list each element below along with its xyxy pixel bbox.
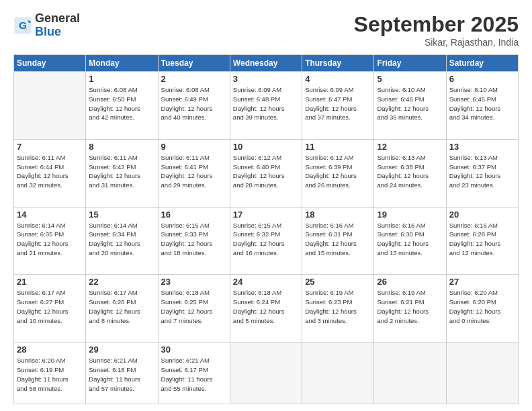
day-number: 24 — [233, 277, 299, 287]
day-number: 22 — [89, 277, 154, 287]
day-info: Sunrise: 6:19 AMSunset: 6:21 PMDaylight:… — [377, 288, 443, 325]
day-number: 7 — [17, 142, 83, 152]
calendar-cell: 8Sunrise: 6:11 AMSunset: 6:42 PMDaylight… — [86, 139, 158, 207]
day-number: 16 — [161, 210, 227, 220]
week-row-1: 1Sunrise: 6:08 AMSunset: 6:50 PMDaylight… — [14, 72, 519, 140]
day-number: 30 — [161, 345, 227, 355]
day-info: Sunrise: 6:14 AMSunset: 6:35 PMDaylight:… — [17, 221, 83, 258]
col-header-saturday: Saturday — [446, 55, 518, 72]
calendar-cell: 27Sunrise: 6:20 AMSunset: 6:20 PMDayligh… — [446, 275, 518, 342]
day-number: 1 — [89, 74, 154, 84]
calendar-cell: 24Sunrise: 6:18 AMSunset: 6:24 PMDayligh… — [230, 275, 302, 342]
day-number: 4 — [305, 74, 371, 84]
calendar-cell: 29Sunrise: 6:21 AMSunset: 6:18 PMDayligh… — [86, 342, 158, 404]
day-info: Sunrise: 6:10 AMSunset: 6:45 PMDaylight:… — [449, 85, 515, 122]
day-info: Sunrise: 6:17 AMSunset: 6:27 PMDaylight:… — [17, 288, 83, 325]
day-info: Sunrise: 6:08 AMSunset: 6:49 PMDaylight:… — [161, 85, 227, 122]
col-header-friday: Friday — [374, 55, 446, 72]
logo: G General Blue — [13, 12, 80, 39]
day-info: Sunrise: 6:14 AMSunset: 6:34 PMDaylight:… — [89, 221, 154, 258]
calendar-cell: 20Sunrise: 6:16 AMSunset: 6:28 PMDayligh… — [446, 207, 518, 275]
header: G General Blue September 2025 Sikar, Raj… — [13, 12, 519, 48]
day-info: Sunrise: 6:15 AMSunset: 6:33 PMDaylight:… — [161, 221, 227, 258]
logo-text: General Blue — [35, 12, 80, 39]
col-header-wednesday: Wednesday — [230, 55, 302, 72]
location-subtitle: Sikar, Rajasthan, India — [354, 37, 519, 48]
calendar: SundayMondayTuesdayWednesdayThursdayFrid… — [13, 54, 519, 404]
day-info: Sunrise: 6:12 AMSunset: 6:40 PMDaylight:… — [233, 153, 299, 190]
day-number: 6 — [449, 74, 515, 84]
calendar-cell: 3Sunrise: 6:09 AMSunset: 6:48 PMDaylight… — [230, 72, 302, 140]
day-number: 5 — [377, 74, 443, 84]
calendar-cell: 22Sunrise: 6:17 AMSunset: 6:26 PMDayligh… — [86, 275, 158, 342]
day-info: Sunrise: 6:15 AMSunset: 6:32 PMDaylight:… — [233, 221, 299, 258]
calendar-cell: 15Sunrise: 6:14 AMSunset: 6:34 PMDayligh… — [86, 207, 158, 275]
calendar-cell: 13Sunrise: 6:13 AMSunset: 6:37 PMDayligh… — [446, 139, 518, 207]
day-info: Sunrise: 6:12 AMSunset: 6:39 PMDaylight:… — [305, 153, 371, 190]
day-info: Sunrise: 6:19 AMSunset: 6:23 PMDaylight:… — [305, 288, 371, 325]
day-info: Sunrise: 6:16 AMSunset: 6:30 PMDaylight:… — [377, 221, 443, 258]
day-number: 15 — [89, 210, 154, 220]
day-info: Sunrise: 6:16 AMSunset: 6:31 PMDaylight:… — [305, 221, 371, 258]
calendar-cell: 17Sunrise: 6:15 AMSunset: 6:32 PMDayligh… — [230, 207, 302, 275]
week-row-2: 7Sunrise: 6:11 AMSunset: 6:44 PMDaylight… — [14, 139, 519, 207]
calendar-cell: 23Sunrise: 6:18 AMSunset: 6:25 PMDayligh… — [158, 275, 230, 342]
calendar-cell: 4Sunrise: 6:09 AMSunset: 6:47 PMDaylight… — [302, 72, 374, 140]
calendar-cell: 28Sunrise: 6:20 AMSunset: 6:19 PMDayligh… — [14, 342, 86, 404]
calendar-cell: 26Sunrise: 6:19 AMSunset: 6:21 PMDayligh… — [374, 275, 446, 342]
col-header-sunday: Sunday — [14, 55, 86, 72]
day-info: Sunrise: 6:09 AMSunset: 6:48 PMDaylight:… — [233, 85, 299, 122]
day-info: Sunrise: 6:21 AMSunset: 6:17 PMDaylight:… — [161, 356, 227, 393]
day-number: 11 — [305, 142, 371, 152]
week-row-4: 21Sunrise: 6:17 AMSunset: 6:27 PMDayligh… — [14, 275, 519, 342]
calendar-cell: 16Sunrise: 6:15 AMSunset: 6:33 PMDayligh… — [158, 207, 230, 275]
day-info: Sunrise: 6:11 AMSunset: 6:44 PMDaylight:… — [17, 153, 83, 190]
day-info: Sunrise: 6:18 AMSunset: 6:24 PMDaylight:… — [233, 288, 299, 325]
day-number: 27 — [449, 277, 515, 287]
day-number: 9 — [161, 142, 227, 152]
calendar-cell — [302, 342, 374, 404]
col-header-thursday: Thursday — [302, 55, 374, 72]
col-header-monday: Monday — [86, 55, 158, 72]
logo-general: General — [35, 12, 80, 26]
calendar-cell: 10Sunrise: 6:12 AMSunset: 6:40 PMDayligh… — [230, 139, 302, 207]
day-info: Sunrise: 6:18 AMSunset: 6:25 PMDaylight:… — [161, 288, 227, 325]
page: G General Blue September 2025 Sikar, Raj… — [0, 0, 532, 411]
calendar-cell: 1Sunrise: 6:08 AMSunset: 6:50 PMDaylight… — [86, 72, 158, 140]
day-number: 19 — [377, 210, 443, 220]
day-info: Sunrise: 6:20 AMSunset: 6:20 PMDaylight:… — [449, 288, 515, 325]
day-number: 8 — [89, 142, 154, 152]
calendar-cell: 21Sunrise: 6:17 AMSunset: 6:27 PMDayligh… — [14, 275, 86, 342]
day-info: Sunrise: 6:13 AMSunset: 6:38 PMDaylight:… — [377, 153, 443, 190]
day-info: Sunrise: 6:17 AMSunset: 6:26 PMDaylight:… — [89, 288, 154, 325]
day-number: 18 — [305, 210, 371, 220]
day-info: Sunrise: 6:20 AMSunset: 6:19 PMDaylight:… — [17, 356, 83, 393]
calendar-cell: 2Sunrise: 6:08 AMSunset: 6:49 PMDaylight… — [158, 72, 230, 140]
day-info: Sunrise: 6:16 AMSunset: 6:28 PMDaylight:… — [449, 221, 515, 258]
day-number: 20 — [449, 210, 515, 220]
day-number: 26 — [377, 277, 443, 287]
week-row-3: 14Sunrise: 6:14 AMSunset: 6:35 PMDayligh… — [14, 207, 519, 275]
title-block: September 2025 Sikar, Rajasthan, India — [354, 12, 519, 48]
day-number: 13 — [449, 142, 515, 152]
logo-icon: G — [13, 16, 32, 35]
calendar-cell: 25Sunrise: 6:19 AMSunset: 6:23 PMDayligh… — [302, 275, 374, 342]
calendar-cell — [230, 342, 302, 404]
calendar-cell — [374, 342, 446, 404]
calendar-cell: 11Sunrise: 6:12 AMSunset: 6:39 PMDayligh… — [302, 139, 374, 207]
col-header-tuesday: Tuesday — [158, 55, 230, 72]
calendar-cell: 7Sunrise: 6:11 AMSunset: 6:44 PMDaylight… — [14, 139, 86, 207]
day-number: 25 — [305, 277, 371, 287]
svg-text:G: G — [19, 19, 27, 31]
week-row-5: 28Sunrise: 6:20 AMSunset: 6:19 PMDayligh… — [14, 342, 519, 404]
calendar-cell — [14, 72, 86, 140]
day-info: Sunrise: 6:08 AMSunset: 6:50 PMDaylight:… — [89, 85, 154, 122]
logo-blue: Blue — [35, 26, 80, 39]
calendar-cell: 6Sunrise: 6:10 AMSunset: 6:45 PMDaylight… — [446, 72, 518, 140]
day-number: 17 — [233, 210, 299, 220]
day-number: 14 — [17, 210, 83, 220]
calendar-cell: 14Sunrise: 6:14 AMSunset: 6:35 PMDayligh… — [14, 207, 86, 275]
calendar-cell: 30Sunrise: 6:21 AMSunset: 6:17 PMDayligh… — [158, 342, 230, 404]
day-number: 21 — [17, 277, 83, 287]
calendar-cell: 19Sunrise: 6:16 AMSunset: 6:30 PMDayligh… — [374, 207, 446, 275]
